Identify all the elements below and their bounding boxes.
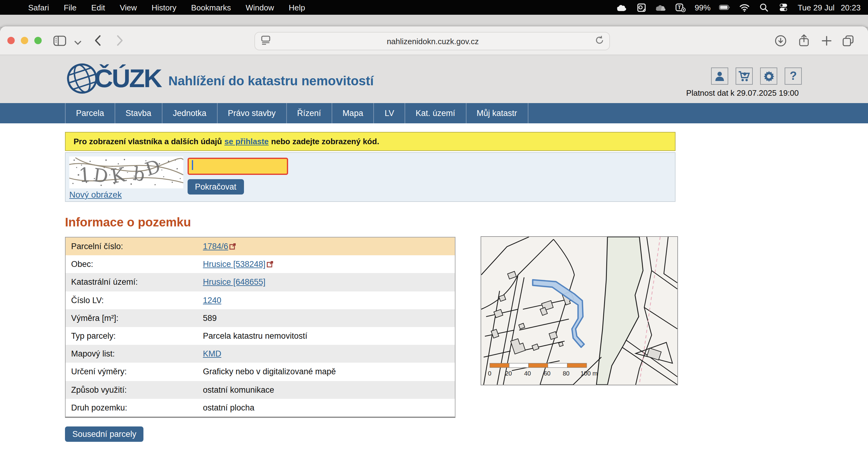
url-text: nahlizenidokn.cuzk.gov.cz bbox=[270, 36, 595, 46]
onedrive-cloud-icon[interactable] bbox=[655, 2, 666, 13]
menu-item[interactable]: History bbox=[144, 3, 184, 12]
back-button[interactable] bbox=[91, 34, 104, 47]
nav-tab[interactable]: Stavba bbox=[115, 103, 162, 123]
wifi-icon[interactable] bbox=[739, 2, 750, 13]
row-label: Výměra [m²]: bbox=[66, 314, 203, 323]
help-button[interactable]: ? bbox=[785, 67, 802, 85]
page-content: Pro zobrazení vlastníka a dalších údajů … bbox=[0, 123, 868, 451]
macos-menu-bar: SafariFileEditViewHistoryBookmarksWindow… bbox=[0, 0, 868, 15]
nav-tab[interactable]: Můj katastr bbox=[466, 103, 528, 123]
battery-icon[interactable] bbox=[719, 2, 730, 13]
settings-gear-button[interactable] bbox=[760, 67, 777, 85]
row-label: Mapový list: bbox=[66, 349, 203, 358]
captcha-input[interactable] bbox=[188, 158, 288, 175]
row-label: Obec: bbox=[66, 260, 203, 269]
sidebar-toggle-button[interactable] bbox=[53, 34, 66, 47]
continue-button[interactable]: Pokračovat bbox=[188, 179, 244, 195]
captcha-char: D bbox=[92, 164, 110, 188]
text-caret bbox=[192, 160, 193, 170]
value-link[interactable]: 1784/6 bbox=[203, 242, 228, 251]
data-validity-text: Platnost dat k 29.07.2025 19:00 bbox=[686, 88, 799, 97]
row-value: 1784/6 bbox=[203, 242, 236, 251]
site-header: ČÚZK Nahlížení do katastru nemovitostí ?… bbox=[0, 55, 868, 103]
control-center-icon[interactable] bbox=[778, 2, 789, 13]
neighboring-parcels-button[interactable]: Sousední parcely bbox=[65, 426, 144, 442]
scale-label: 20 bbox=[505, 370, 512, 377]
new-captcha-link[interactable]: Nový obrázek bbox=[69, 190, 122, 199]
header-action-icons: ? bbox=[711, 67, 802, 85]
menu-item[interactable]: View bbox=[113, 3, 144, 12]
reload-icon[interactable] bbox=[595, 35, 604, 47]
value-text: Graficky nebo v digitalizované mapě bbox=[203, 367, 336, 376]
value-text: 589 bbox=[203, 314, 217, 323]
value-link[interactable]: 1240 bbox=[203, 295, 221, 305]
value-link[interactable]: KMD bbox=[203, 349, 221, 358]
nav-tab[interactable]: Parcela bbox=[65, 103, 115, 123]
scanner-app-icon[interactable] bbox=[636, 2, 647, 13]
downloads-button[interactable] bbox=[774, 34, 787, 47]
table-row: Určení výměry: Graficky nebo v digitaliz… bbox=[66, 363, 455, 381]
row-value: Graficky nebo v digitalizované mapě bbox=[203, 367, 336, 376]
menu-item[interactable]: Safari bbox=[21, 3, 56, 12]
row-label: Katastrální území: bbox=[66, 278, 203, 287]
table-row: Katastrální území: Hrusice [648655] bbox=[66, 273, 455, 291]
status-icons: T 99% Tue 29 Jul 20:23 bbox=[616, 2, 861, 13]
spotlight-search-icon[interactable] bbox=[758, 2, 769, 13]
tab-overview-button[interactable] bbox=[841, 34, 855, 47]
nav-tab[interactable]: Právo stavby bbox=[217, 103, 286, 123]
svg-text:T: T bbox=[678, 4, 681, 10]
nav-tab[interactable]: Mapa bbox=[331, 103, 374, 123]
menu-bar-clock[interactable]: Tue 29 Jul 20:23 bbox=[798, 3, 861, 12]
cloud-app-icon[interactable] bbox=[616, 2, 627, 13]
table-row: Číslo LV: 1240 bbox=[66, 291, 455, 309]
share-button[interactable] bbox=[797, 34, 810, 47]
teams-status-icon[interactable]: T bbox=[675, 2, 686, 13]
cart-button[interactable] bbox=[736, 67, 753, 85]
table-row: Mapový list: KMD bbox=[66, 345, 455, 363]
table-row: Typ parcely: Parcela katastru nemovitost… bbox=[66, 327, 455, 345]
section-title: Informace o pozemku bbox=[65, 215, 191, 229]
sidebar-chevron-down-icon[interactable] bbox=[71, 37, 85, 49]
row-label: Číslo LV: bbox=[66, 295, 203, 305]
row-value: Hrusice [538248] bbox=[203, 260, 273, 269]
address-bar[interactable]: nahlizenidokn.cuzk.gov.cz bbox=[254, 32, 610, 50]
row-label: Určení výměry: bbox=[66, 367, 203, 376]
close-window-button[interactable] bbox=[7, 37, 15, 44]
page-format-icon[interactable] bbox=[261, 35, 270, 47]
scale-label: 100 m bbox=[581, 370, 598, 377]
menu-item[interactable]: Help bbox=[281, 3, 313, 12]
value-text: Parcela katastru nemovitostí bbox=[203, 331, 307, 341]
screen: SafariFileEditViewHistoryBookmarksWindow… bbox=[0, 0, 868, 451]
browser-toolbar: nahlizenidokn.cuzk.gov.cz bbox=[0, 26, 868, 55]
login-link[interactable]: se přihlaste bbox=[224, 137, 269, 146]
cuzk-logo[interactable]: ČÚZK Nahlížení do katastru nemovitostí bbox=[65, 61, 374, 96]
nav-tab[interactable]: Jednotka bbox=[162, 103, 217, 123]
scale-label: 0 bbox=[488, 370, 491, 377]
menu-item[interactable]: Bookmarks bbox=[184, 3, 238, 12]
table-row: Druh pozemku: ostatní plocha bbox=[66, 398, 455, 416]
parcel-info-table: Parcelní číslo: 1784/6 Obec: bbox=[65, 237, 456, 418]
menu-items: SafariFileEditViewHistoryBookmarksWindow… bbox=[21, 3, 313, 12]
forward-button[interactable] bbox=[113, 34, 126, 47]
nav-tab[interactable]: Řízení bbox=[286, 103, 331, 123]
cadastral-map-preview[interactable]: 0 20 40 60 80 100 m bbox=[480, 236, 678, 385]
row-value: 589 bbox=[203, 314, 217, 323]
minimize-window-button[interactable] bbox=[21, 37, 28, 44]
external-link-icon bbox=[267, 261, 273, 268]
scale-label: 40 bbox=[524, 370, 531, 377]
menu-item[interactable]: File bbox=[56, 3, 84, 12]
scale-label: 80 bbox=[563, 370, 569, 377]
external-link-icon bbox=[229, 243, 236, 250]
zoom-window-button[interactable] bbox=[34, 37, 42, 44]
nav-tab[interactable]: LV bbox=[374, 103, 405, 123]
menu-item[interactable]: Edit bbox=[84, 3, 113, 12]
site-title: Nahlížení do katastru nemovitostí bbox=[168, 74, 374, 88]
new-tab-button[interactable] bbox=[819, 34, 833, 47]
menu-item[interactable]: Window bbox=[239, 3, 282, 12]
value-link[interactable]: Hrusice [538248] bbox=[203, 260, 266, 269]
value-text: ostatní komunikace bbox=[203, 385, 274, 394]
value-link[interactable]: Hrusice [648655] bbox=[203, 278, 266, 287]
user-account-button[interactable] bbox=[711, 67, 728, 85]
row-value: KMD bbox=[203, 349, 221, 358]
nav-tab[interactable]: Kat. území bbox=[405, 103, 466, 123]
